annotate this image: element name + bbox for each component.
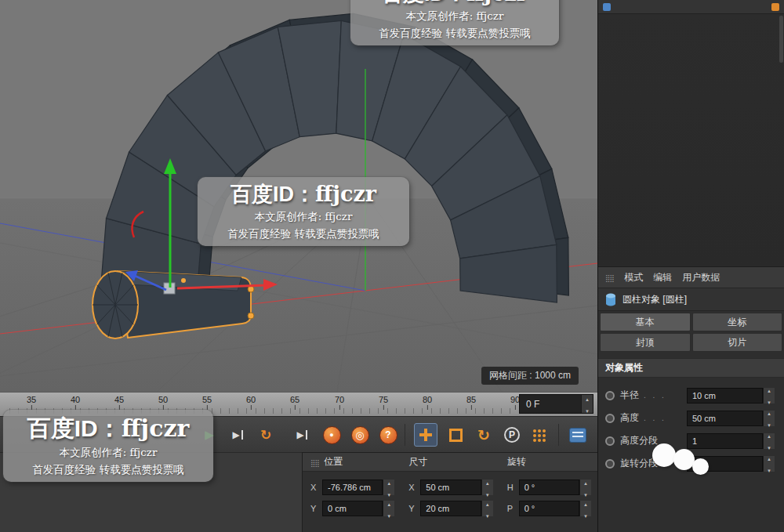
help-icon: ?	[379, 426, 397, 444]
arrow-up-icon	[584, 498, 587, 508]
position-y-field[interactable]: 0 cm	[322, 501, 394, 516]
radius-field[interactable]: 10 cm	[687, 388, 775, 404]
arrow-down-icon	[768, 464, 771, 475]
size-column-header: 尺寸	[401, 455, 499, 469]
frame-value[interactable]: 0 F	[520, 395, 581, 413]
size-y-field[interactable]: 20 cm	[420, 501, 492, 516]
record-button[interactable]	[320, 423, 343, 447]
object-manager-panel[interactable]	[598, 14, 784, 267]
arrow-up-icon	[586, 393, 589, 404]
tick-label: 55	[202, 395, 212, 404]
tab-caps[interactable]: 封顶	[600, 333, 691, 352]
position-y-cell: Y 0 cm	[303, 500, 401, 517]
loop-icon	[260, 427, 271, 443]
autokey-button[interactable]	[348, 423, 372, 447]
grip-icon[interactable]	[310, 457, 319, 468]
menu-user-data[interactable]: 用户数据	[682, 271, 720, 284]
grip-icon[interactable]	[605, 272, 614, 283]
stepper[interactable]	[763, 456, 775, 472]
position-x-field[interactable]: -76.786 cm	[322, 480, 394, 495]
panel-header-blue-icon[interactable]	[603, 3, 611, 11]
height-segments-field[interactable]: 1	[687, 433, 775, 449]
stepper[interactable]	[763, 433, 775, 449]
tab-coordinates[interactable]: 坐标	[692, 313, 783, 331]
scrollbar[interactable]	[779, 16, 783, 63]
position-column-header: 位置	[303, 455, 401, 469]
rotation-h-cell: H 0 °	[499, 479, 597, 496]
panel-header-bar	[598, 0, 784, 14]
arrow-up-icon	[388, 476, 391, 487]
watermark-ball	[673, 449, 695, 470]
radius-row: 半径 . . . 10 cm	[598, 384, 784, 407]
current-frame-field[interactable]: 0 F	[519, 394, 593, 414]
coordinate-system-button[interactable]: P	[500, 423, 524, 447]
leader-dots: . . .	[644, 414, 666, 422]
handle-dot[interactable]	[181, 278, 186, 283]
help-button[interactable]: ?	[376, 423, 400, 447]
rotation-p-field[interactable]: 0 °	[519, 501, 591, 516]
tick-label: 65	[290, 395, 299, 404]
grid-spacing-label: 网格间距 : 1000 cm	[481, 367, 579, 385]
step-forward-button[interactable]	[226, 423, 249, 447]
frame-stepper[interactable]	[581, 395, 593, 413]
size-x-cell: X 50 cm	[401, 479, 499, 496]
stepper[interactable]	[763, 388, 775, 404]
scale-icon	[449, 429, 463, 442]
scale-tool-button[interactable]	[444, 423, 467, 447]
step-forward-icon	[232, 429, 242, 440]
arrow-down-icon	[388, 509, 391, 520]
arrow-down-icon	[768, 396, 771, 407]
section-header: 对象属性	[598, 358, 784, 378]
stepper[interactable]	[481, 480, 493, 495]
keyframe-circle-icon[interactable]	[605, 436, 615, 446]
cylinder-icon	[605, 293, 616, 306]
height-row: 高度 . . . 50 cm	[598, 407, 784, 429]
keyframe-circle-icon[interactable]	[605, 459, 615, 469]
render-settings-button[interactable]	[566, 423, 590, 447]
panel-header-orange-icon[interactable]	[771, 3, 779, 11]
loop-playback-button[interactable]	[254, 423, 278, 447]
rotate-tool-button[interactable]	[472, 423, 495, 447]
size-x-field[interactable]: 50 cm	[420, 480, 492, 495]
goto-end-icon	[296, 429, 307, 440]
watermark-middle: 百度ID：ffjczr 本文原创作者: ffjczr 首发百度经验 转载要点赞投…	[198, 177, 409, 246]
height-field[interactable]: 50 cm	[687, 411, 775, 426]
arrow-up-icon	[768, 429, 771, 440]
arrow-up-icon	[486, 476, 489, 487]
keyframe-circle-icon[interactable]	[605, 414, 615, 423]
menu-edit[interactable]: 编辑	[653, 271, 672, 284]
arrow-up-icon	[768, 407, 771, 418]
tab-slice[interactable]: 切片	[692, 333, 783, 352]
menu-mode[interactable]: 模式	[624, 271, 643, 284]
tab-basic[interactable]: 基本	[600, 313, 691, 331]
stepper[interactable]	[579, 480, 591, 495]
separator	[405, 424, 405, 446]
tick-label: 75	[379, 395, 388, 404]
leader-dots: . . .	[644, 391, 666, 400]
handle-dot[interactable]	[248, 313, 254, 319]
attribute-tabs: 基本 坐标 封顶 切片	[598, 311, 784, 353]
stepper[interactable]	[763, 411, 775, 426]
stepper[interactable]	[579, 501, 591, 516]
rotation-p-cell: P 0 °	[499, 500, 597, 517]
arrow-up-icon	[768, 384, 771, 395]
size-title: 尺寸	[408, 455, 427, 469]
axis-label: X	[408, 483, 416, 492]
rotation-title: 旋转	[507, 455, 526, 469]
arrow-up-icon	[768, 452, 771, 463]
attr-label: 半径	[620, 389, 639, 402]
stepper[interactable]	[481, 501, 493, 516]
attr-label: 高度	[620, 411, 639, 425]
stepper[interactable]	[383, 480, 394, 495]
rotation-h-field[interactable]: 0 °	[519, 480, 591, 495]
record-icon	[323, 426, 341, 444]
move-tool-button[interactable]	[414, 423, 437, 447]
keyframe-circle-icon[interactable]	[605, 391, 615, 400]
goto-end-button[interactable]	[290, 423, 314, 447]
axis-label: Y	[408, 504, 416, 513]
axis-label: Y	[310, 504, 318, 513]
attr-label: 高度分段	[620, 434, 658, 447]
stepper[interactable]	[383, 501, 394, 516]
keyframe-selection-button[interactable]	[527, 423, 550, 447]
arrow-up-icon	[388, 498, 391, 508]
